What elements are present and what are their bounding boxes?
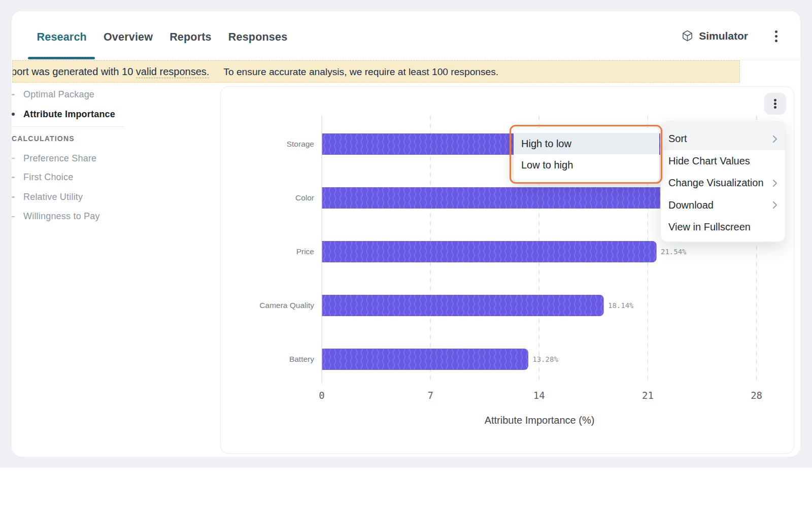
- menu-item-change-visualization-label: Change Visualization: [668, 177, 764, 189]
- warning-banner: This report was generated with 10 valid …: [12, 60, 740, 83]
- tab-reports[interactable]: Reports: [170, 31, 212, 44]
- tab-overview[interactable]: Overview: [104, 31, 153, 44]
- banner-text-prefix: This report was generated with 10: [12, 66, 136, 77]
- menu-item-download-label: Download: [668, 199, 714, 211]
- page: Research Overview Reports Responses Simu…: [0, 0, 812, 512]
- bar-camera-quality: [322, 295, 604, 316]
- x-tick-label: 28: [751, 390, 762, 401]
- category-label: Camera Quality: [259, 301, 314, 310]
- sidebar-item-label: Willingness to Pay: [23, 211, 100, 222]
- x-tick-label: 7: [427, 390, 433, 401]
- bar-price: [322, 241, 657, 262]
- warning-banner-text: This report was generated with 10 valid …: [12, 61, 498, 83]
- chart-context-menu: Sort Hide Chart Values Change Visualizat…: [660, 121, 786, 242]
- category-label: Storage: [287, 140, 314, 149]
- category-label: Color: [295, 193, 314, 202]
- category-label: Price: [296, 247, 314, 256]
- sidebar-item-willingness-to-pay[interactable]: Willingness to Pay: [12, 207, 133, 226]
- bar-value-label: 18.14%: [608, 301, 634, 310]
- sidebar-item-label: Optimal Package: [23, 89, 94, 100]
- submenu-item-high-to-low[interactable]: High to low: [514, 133, 659, 154]
- bullet-icon: [12, 196, 15, 198]
- menu-item-view-in-fullscreen-label: View in Fullscreen: [668, 221, 751, 233]
- simulator-label: Simulator: [699, 30, 748, 42]
- sidebar-item-label: Attribute Importance: [23, 109, 115, 120]
- x-tick-label: 0: [319, 390, 324, 401]
- menu-item-sort-label: Sort: [668, 133, 687, 145]
- sidebar-item-label: Preference Share: [23, 153, 96, 164]
- banner-text-suffix: To ensure accurate analysis, we require …: [223, 66, 498, 77]
- chevron-right-icon: [772, 135, 777, 143]
- cube-icon: [682, 29, 693, 42]
- bar-value-label: 13.28%: [532, 355, 558, 363]
- bullet-icon: [12, 113, 15, 116]
- menu-item-change-visualization[interactable]: Change Visualization: [661, 172, 785, 194]
- bullet-icon: [12, 177, 15, 178]
- active-tab-underline: [28, 57, 95, 59]
- x-tick-label: 14: [533, 390, 545, 401]
- x-axis-title: Attribute Importance (%): [485, 415, 595, 426]
- chevron-right-icon: [772, 201, 777, 209]
- tab-responses[interactable]: Responses: [228, 31, 288, 44]
- menu-item-sort[interactable]: Sort: [661, 122, 785, 150]
- menu-item-view-in-fullscreen[interactable]: View in Fullscreen: [661, 216, 785, 238]
- header-kebab-menu-icon[interactable]: [768, 25, 784, 47]
- simulator-button[interactable]: Simulator: [682, 29, 748, 42]
- bullet-icon: [12, 216, 15, 218]
- tab-bar: Research Overview Reports Responses: [37, 31, 288, 44]
- sidebar-item-label: Relative Utility: [23, 192, 83, 202]
- submenu-item-low-to-high[interactable]: Low to high: [514, 154, 659, 176]
- x-tick-label: 21: [642, 390, 654, 401]
- category-label: Battery: [289, 355, 314, 364]
- sort-submenu: High to low Low to high: [514, 128, 659, 182]
- sidebar-item-preference-share[interactable]: Preference Share: [12, 149, 133, 168]
- sidebar-section-calculations: CALCULATIONS: [12, 134, 75, 143]
- valid-responses-link[interactable]: valid responses.: [136, 66, 210, 78]
- dot: [775, 35, 777, 38]
- sidebar-item-relative-utility[interactable]: Relative Utility: [12, 187, 133, 207]
- sidebar-item-first-choice[interactable]: First Choice: [12, 168, 133, 187]
- chevron-right-icon: [772, 179, 777, 187]
- bar-color: [322, 187, 667, 209]
- dot: [775, 40, 777, 42]
- tab-research[interactable]: Research: [37, 31, 87, 44]
- menu-item-hide-chart-values-label: Hide Chart Values: [668, 155, 750, 167]
- bar-value-label: 21.54%: [661, 248, 687, 256]
- menu-item-download[interactable]: Download: [661, 194, 785, 217]
- menu-item-hide-chart-values[interactable]: Hide Chart Values: [661, 150, 785, 173]
- bullet-icon: [12, 94, 15, 95]
- bar-battery: [322, 349, 528, 370]
- sidebar-divider: [12, 126, 124, 127]
- bullet-icon: [12, 158, 15, 159]
- sidebar-item-label: First Choice: [23, 172, 73, 183]
- dot: [775, 30, 777, 33]
- sidebar-item-optimal-package[interactable]: Optimal Package: [12, 85, 133, 105]
- sidebar-item-attribute-importance[interactable]: Attribute Importance: [12, 105, 133, 124]
